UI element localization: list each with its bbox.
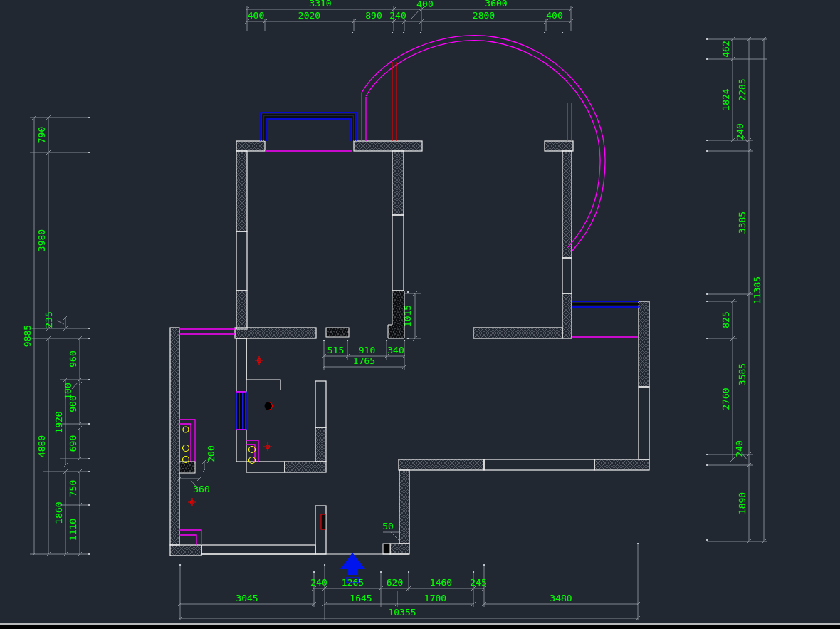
dimension-label: 3310 [309, 0, 331, 9]
wall-segment [236, 291, 247, 329]
dimension: 3045 [178, 593, 316, 606]
dimension-label: 400 [248, 10, 264, 21]
burner [249, 447, 256, 453]
drawing-canvas[interactable]: 3310400360040020208902402800400988579039… [0, 0, 840, 629]
dimension-label: 620 [387, 577, 403, 588]
dimension: 340 [384, 345, 406, 358]
dimension-label: 235 [43, 311, 54, 328]
dimension: 400 [544, 10, 573, 24]
wall-opening [639, 387, 649, 459]
bay-window-inner-blue [267, 119, 350, 141]
dimension-label: 1460 [430, 577, 452, 588]
dimension-label: 515 [327, 345, 344, 355]
dimension-label: 50 [382, 521, 394, 531]
wall-segment [170, 328, 179, 545]
wall-segment [390, 544, 409, 554]
dimension: 9885 [22, 115, 36, 556]
wall-opening [392, 215, 404, 291]
wall-segment [170, 545, 201, 556]
dimension-label: 1700 [424, 593, 446, 603]
porch-outline [201, 545, 315, 554]
column-hatch [326, 328, 349, 337]
wall-segment [285, 462, 326, 472]
light-symbol [255, 356, 263, 365]
dimension: 3980 [36, 150, 51, 331]
dimension-label: 240 [735, 123, 745, 140]
dimension-label: 2020 [298, 10, 320, 21]
kitchen-window [179, 329, 235, 334]
dimension-label: 3480 [550, 593, 572, 603]
walls-layer [170, 141, 649, 556]
dimension-label: 240 [389, 10, 406, 21]
dimension-label: 1890 [737, 492, 747, 514]
dimension-label: 10355 [388, 607, 416, 618]
dimension-label: 200 [206, 445, 216, 462]
wall-segment [392, 151, 404, 215]
dimension: 2800 [419, 10, 548, 24]
cad-viewport[interactable]: 3310400360040020208902402800400988579039… [0, 0, 840, 629]
wall-opening [236, 430, 246, 462]
dimension-label: 900 [68, 395, 78, 412]
spot-symbol [265, 402, 273, 410]
wall-opening [484, 459, 594, 470]
dimension-label: 3045 [236, 593, 258, 603]
dimension: 3385 [737, 149, 751, 296]
wall-segment [235, 328, 316, 338]
wall-opening [315, 381, 326, 427]
burner [183, 427, 189, 432]
burner [183, 445, 189, 452]
dimension-label: 360 [193, 484, 209, 494]
wall-opening [562, 258, 572, 293]
red-risers [392, 62, 397, 141]
dimension-label: 11385 [752, 276, 762, 304]
dimension-label: 1824 [720, 88, 731, 110]
dimension-label: 245 [470, 577, 486, 588]
dimension: 1460 [406, 577, 476, 591]
wall-segment [545, 141, 573, 151]
dimension-label: 340 [387, 345, 404, 355]
dimension: 2760 [720, 336, 735, 462]
wall-segment [399, 459, 484, 470]
door-frame [179, 530, 201, 545]
dimension-label: 3585 [737, 363, 747, 385]
wall-opening [236, 338, 246, 392]
dimension: 360 [177, 477, 210, 494]
dimension: 50 [382, 521, 394, 531]
dimension: 790 [36, 115, 51, 155]
wall-segment [399, 470, 409, 544]
dimension: 1110 [68, 503, 82, 556]
dimension-label: 400 [546, 10, 562, 21]
dimension-label: 750 [68, 480, 78, 497]
dimension: 1645 [322, 593, 399, 606]
dimension: 10355 [178, 607, 640, 620]
dimension-label: 1645 [350, 593, 372, 603]
dimension-label: 2760 [720, 388, 731, 410]
dimension: 3585 [737, 292, 751, 457]
dimension-label: 4880 [36, 435, 47, 457]
wall-segment [354, 141, 422, 151]
dimension-label: 960 [68, 350, 78, 367]
dimension: 11385 [752, 37, 766, 544]
dimension: 1265 [322, 577, 383, 591]
dimension: 1890 [737, 463, 751, 544]
dimension: 750 [68, 469, 82, 507]
dimension-label: 240 [310, 577, 327, 588]
burner [249, 457, 256, 464]
statusbar [0, 625, 840, 629]
dimension: 1860 [53, 469, 68, 556]
wall-opening [315, 506, 326, 554]
kitchen-sink [179, 462, 195, 473]
dimension: 620 [379, 577, 411, 591]
dimension-label: 462 [720, 41, 731, 57]
wall-segment [236, 151, 247, 232]
dimension-label: 910 [359, 345, 375, 355]
dimension: 960 [68, 336, 82, 382]
sliding-door [236, 392, 246, 430]
stove-counter [246, 440, 258, 462]
entry-door-leaf [321, 514, 325, 529]
dimension-label: 400 [416, 0, 433, 9]
dimension: 462 [720, 37, 735, 61]
dimension-label: 2285 [737, 78, 747, 100]
dimension-label: 1765 [353, 355, 375, 366]
wall-segment [236, 141, 265, 151]
